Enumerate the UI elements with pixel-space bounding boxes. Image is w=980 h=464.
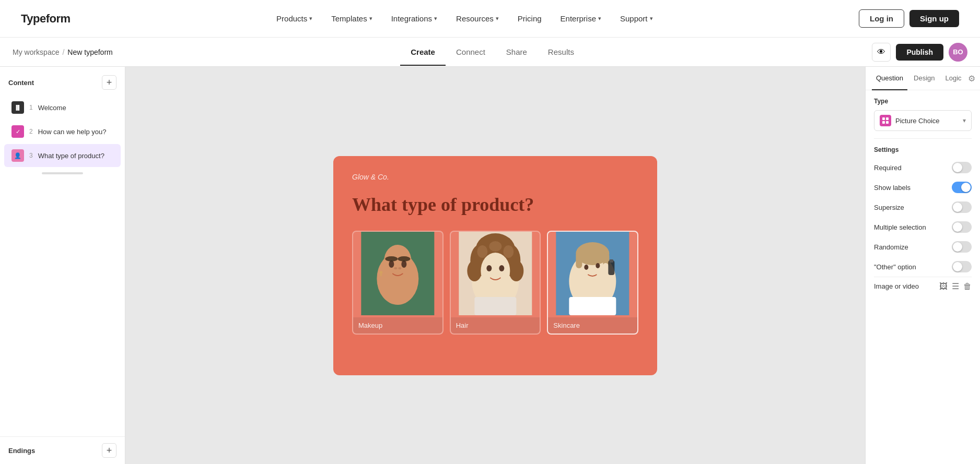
chevron-icon: ▾ <box>309 15 312 22</box>
nav-item-support[interactable]: Support▾ <box>613 10 660 27</box>
svg-point-7 <box>398 256 410 261</box>
setting-toggle[interactable] <box>952 261 972 272</box>
type-select[interactable]: Picture Choice ▾ <box>874 110 972 131</box>
tab-create[interactable]: Create <box>400 39 446 66</box>
setting-toggle[interactable] <box>952 182 972 193</box>
choice-item[interactable]: Hair <box>450 231 541 335</box>
svg-point-8 <box>394 267 397 269</box>
app-body: My workspace / New typeform CreateConnec… <box>0 38 980 464</box>
nav-item-pricing[interactable]: Pricing <box>510 10 549 27</box>
question-number: 2 <box>29 128 33 135</box>
type-label: Type <box>874 98 972 105</box>
tab-logic[interactable]: Logic <box>941 67 966 90</box>
chevron-icon: ▾ <box>650 15 653 22</box>
setting-label: Show labels <box>874 184 911 192</box>
top-bar: My workspace / New typeform CreateConnec… <box>0 38 980 67</box>
question-item[interactable]: ▐▌ 1 Welcome <box>4 96 121 119</box>
choice-item[interactable]: Skincare <box>547 231 638 335</box>
svg-point-22 <box>503 245 514 258</box>
svg-rect-42 <box>886 121 889 124</box>
tab-question[interactable]: Question <box>872 67 907 90</box>
settings-gear-icon[interactable]: ⚙ <box>968 71 975 86</box>
nav-item-products[interactable]: Products▾ <box>269 10 320 27</box>
tab-design[interactable]: Design <box>909 67 939 90</box>
setting-toggle[interactable] <box>952 162 972 173</box>
type-value: Picture Choice <box>895 117 940 125</box>
choice-label: Makeup <box>353 317 442 334</box>
content-section-header: Content + <box>0 67 125 95</box>
layout-icon[interactable]: ☰ <box>952 281 959 291</box>
publish-button[interactable]: Publish <box>896 44 943 61</box>
tab-results[interactable]: Results <box>538 39 585 66</box>
question-number: 3 <box>29 152 33 159</box>
right-panel: Question Design Logic ⚙ Type <box>865 67 980 464</box>
setting-label: Multiple selection <box>874 223 926 231</box>
delete-icon[interactable]: 🗑 <box>963 282 972 291</box>
setting-label: Required <box>874 164 902 172</box>
setting-toggle[interactable] <box>952 241 972 253</box>
avatar[interactable]: BO <box>949 43 967 62</box>
choice-grid: Makeup Hair <box>352 231 638 335</box>
sidebar: Content + ▐▌ 1 Welcome ✓ 2 How can we he… <box>0 67 125 464</box>
nav-item-templates[interactable]: Templates▾ <box>324 10 379 27</box>
endings-section: Endings + <box>0 436 125 464</box>
settings-label: Settings <box>866 139 980 158</box>
nav-item-resources[interactable]: Resources▾ <box>449 10 506 27</box>
choice-item[interactable]: Makeup <box>352 231 444 335</box>
svg-point-23 <box>481 253 510 289</box>
nav-item-enterprise[interactable]: Enterprise▾ <box>553 10 609 27</box>
setting-row-supersize: Supersize <box>866 197 980 217</box>
breadcrumb-workspace[interactable]: My workspace <box>13 48 59 56</box>
svg-point-34 <box>596 263 600 268</box>
svg-point-19 <box>509 260 523 281</box>
question-label: Welcome <box>38 104 66 112</box>
chevron-icon: ▾ <box>369 15 372 22</box>
image-icon[interactable]: 🖼 <box>939 282 948 291</box>
svg-rect-31 <box>576 253 582 268</box>
svg-rect-26 <box>474 297 516 315</box>
add-content-button[interactable]: + <box>102 75 116 90</box>
add-endings-button[interactable]: + <box>102 443 116 458</box>
svg-rect-37 <box>610 259 614 263</box>
image-video-row: Image or video 🖼 ☰ 🗑 <box>866 277 980 295</box>
question-type-icon: ✓ <box>11 125 24 138</box>
questions-list: ▐▌ 1 Welcome ✓ 2 How can we help you? 👤 … <box>0 95 125 168</box>
logo[interactable]: Typeform <box>21 12 71 26</box>
svg-point-5 <box>401 260 406 268</box>
tab-share[interactable]: Share <box>496 39 538 66</box>
svg-point-18 <box>467 260 482 281</box>
svg-point-11 <box>380 274 382 276</box>
chevron-icon: ▾ <box>434 15 437 22</box>
setting-row-multiple-selection: Multiple selection <box>866 217 980 237</box>
setting-label: Supersize <box>874 204 904 211</box>
setting-row-randomize: Randomize <box>866 237 980 257</box>
preview-button[interactable]: 👁 <box>872 43 891 62</box>
image-video-actions: 🖼 ☰ 🗑 <box>939 281 972 291</box>
chevron-icon: ▾ <box>496 15 499 22</box>
settings-rows: Required Show labels Supersize Multiple … <box>866 158 980 277</box>
form-question: What type of product? <box>352 194 638 216</box>
setting-toggle[interactable] <box>952 201 972 213</box>
question-item[interactable]: 👤 3 What type of product? <box>4 144 121 167</box>
endings-label: Endings <box>8 447 35 455</box>
nav-links: Products▾Templates▾Integrations▾Resource… <box>269 10 660 27</box>
setting-toggle[interactable] <box>952 221 972 233</box>
form-brand: Glow & Co. <box>352 173 638 181</box>
svg-point-25 <box>499 265 504 271</box>
tab-connect[interactable]: Connect <box>446 39 496 66</box>
setting-row-other-option: "Other" option <box>866 257 980 277</box>
signup-button[interactable]: Sign up <box>909 10 959 27</box>
question-item[interactable]: ✓ 2 How can we help you? <box>4 120 121 143</box>
nav-actions: Log in Sign up <box>859 9 959 28</box>
question-type-icon: 👤 <box>11 149 24 162</box>
nav-item-integrations[interactable]: Integrations▾ <box>384 10 445 27</box>
question-label: How can we help you? <box>38 128 107 136</box>
content-label: Content <box>8 79 34 87</box>
editor-layout: Content + ▐▌ 1 Welcome ✓ 2 How can we he… <box>0 67 980 464</box>
breadcrumb-form: New typeform <box>67 48 112 56</box>
top-tabs: CreateConnectShareResults <box>400 39 585 65</box>
login-button[interactable]: Log in <box>859 9 904 28</box>
svg-rect-40 <box>886 117 889 120</box>
type-section: Type Picture Choice ▾ <box>866 90 980 138</box>
svg-rect-38 <box>569 297 616 315</box>
